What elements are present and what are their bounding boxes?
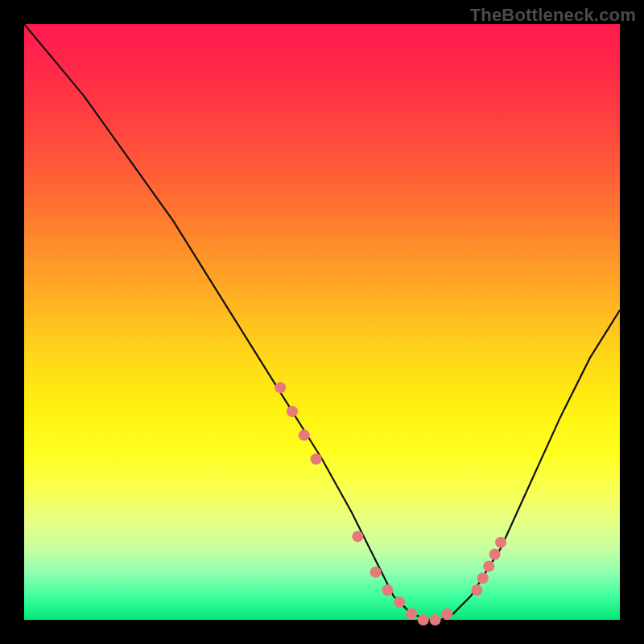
optimal-marker <box>441 609 452 620</box>
optimal-marker <box>275 382 286 393</box>
marker-group <box>275 382 506 625</box>
optimal-marker <box>287 406 298 417</box>
optimal-marker <box>394 597 405 608</box>
chart-frame: TheBottleneck.com <box>0 0 644 644</box>
optimal-marker <box>311 453 322 464</box>
optimal-marker <box>471 584 482 596</box>
optimal-marker <box>382 584 393 596</box>
optimal-marker <box>483 560 494 572</box>
optimal-marker <box>489 549 501 560</box>
optimal-marker <box>495 537 506 548</box>
optimal-marker <box>477 572 489 584</box>
optimal-marker <box>430 614 441 625</box>
watermark-text: TheBottleneck.com <box>470 5 636 26</box>
optimal-marker <box>370 567 382 578</box>
optimal-marker <box>352 530 363 542</box>
optimal-marker <box>299 430 310 441</box>
bottleneck-curve-svg <box>24 24 620 620</box>
optimal-marker <box>418 614 429 625</box>
optimal-marker <box>406 609 417 620</box>
plot-gradient-background <box>24 24 620 620</box>
bottleneck-curve <box>24 24 620 620</box>
